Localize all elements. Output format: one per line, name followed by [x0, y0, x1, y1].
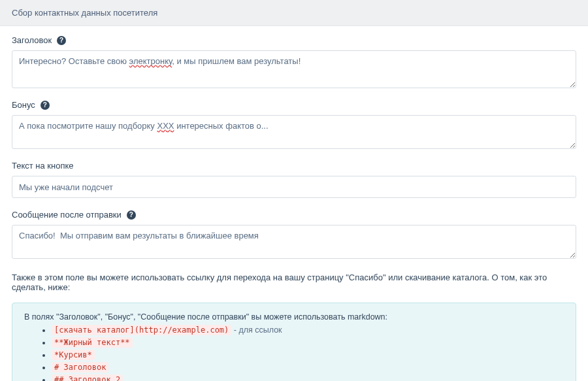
info-code: [скачать каталог](http://example.com) — [52, 325, 231, 335]
info-item: **Жирный текст** — [52, 338, 564, 347]
heading-value-pre: Интересно? Оставьте свою — [19, 56, 129, 66]
bonus-value-post: интересных фактов о... — [174, 121, 269, 131]
heading-value-spell: электронку — [129, 56, 172, 66]
after-submit-textarea[interactable] — [12, 225, 576, 259]
field-bonus-label: Бонус — [12, 100, 35, 110]
info-intro: В полях "Заголовок", "Бонус", "Сообщение… — [24, 312, 564, 322]
button-text-input[interactable] — [12, 176, 576, 198]
info-item: # Заголовок — [52, 363, 564, 372]
field-heading: Заголовок ? Интересно? Оставьте свою эле… — [12, 35, 576, 88]
bonus-value-pre: А пока посмотрите нашу подборку — [19, 121, 157, 131]
panel-header: Сбор контактных данных посетителя — [0, 0, 588, 26]
markdown-info-box: В полях "Заголовок", "Бонус", "Сообщение… — [12, 303, 576, 381]
form-body: Заголовок ? Интересно? Оставьте свою эле… — [0, 26, 588, 303]
field-button-text: Текст на кнопке — [12, 161, 576, 198]
bonus-value-spell: XXX — [157, 121, 174, 131]
info-code: ## Заголовок 2 — [52, 374, 123, 381]
bonus-textarea[interactable]: А пока посмотрите нашу подборку XXX инте… — [12, 115, 576, 149]
heading-value-post: , и мы пришлем вам результаты! — [172, 56, 301, 66]
info-suffix: - для ссылок — [231, 325, 282, 335]
help-icon[interactable]: ? — [41, 101, 50, 110]
help-icon[interactable]: ? — [127, 210, 136, 220]
field-button-text-label-row: Текст на кнопке — [12, 161, 576, 171]
field-after-submit-label: Сообщение после отправки — [12, 210, 122, 220]
field-after-submit-label-row: Сообщение после отправки ? — [12, 210, 576, 220]
info-code: # Заголовок — [52, 362, 108, 373]
field-heading-label: Заголовок — [12, 35, 52, 45]
field-bonus-label-row: Бонус ? — [12, 100, 576, 110]
field-bonus: Бонус ? А пока посмотрите нашу подборку … — [12, 100, 576, 149]
info-list: [скачать каталог](http://example.com) - … — [52, 325, 564, 381]
field-heading-label-row: Заголовок ? — [12, 35, 576, 45]
info-item: *Курсив* — [52, 350, 564, 359]
info-code: *Курсив* — [52, 350, 95, 360]
note-text: Также в этом поле вы можете использовать… — [12, 273, 576, 292]
help-icon[interactable]: ? — [57, 36, 66, 45]
info-item: ## Заголовок 2 — [52, 375, 564, 381]
info-code: **Жирный текст** — [52, 337, 133, 348]
field-button-text-label: Текст на кнопке — [12, 161, 74, 171]
field-after-submit: Сообщение после отправки ? — [12, 210, 576, 261]
info-item: [скачать каталог](http://example.com) - … — [52, 325, 564, 335]
panel-title: Сбор контактных данных посетителя — [12, 8, 157, 18]
heading-textarea[interactable]: Интересно? Оставьте свою электронку, и м… — [12, 50, 576, 88]
